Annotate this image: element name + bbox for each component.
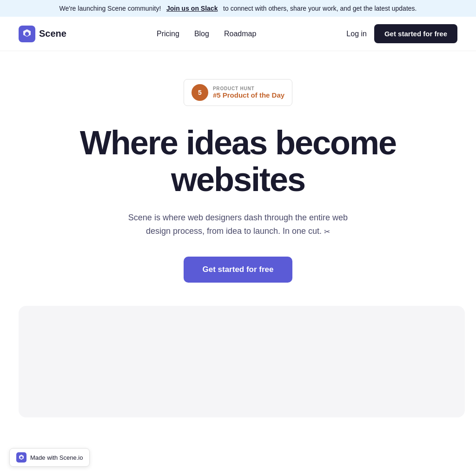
login-button[interactable]: Log in [346,30,367,38]
nav-actions: Log in Get started for free [346,24,457,43]
made-with-label: Made with Scene.io [30,454,83,461]
announcement-banner: We're launching Scene community! Join us… [0,0,476,17]
hero-cta-button[interactable]: Get started for free [184,257,292,283]
hero-subheading-text: Scene is where web designers dash throug… [128,213,348,236]
ph-label: PRODUCT HUNT [213,86,284,91]
ph-medal-icon: 5 [192,84,208,101]
hero-section: 5 PRODUCT HUNT #5 Product of the Day Whe… [0,51,476,436]
navbar: Scene Pricing Blog Roadmap Log in Get st… [0,17,476,51]
nav-links: Pricing Blog Roadmap [157,30,256,38]
hero-heading-line1: Where ideas become [80,124,396,161]
ph-medal-number: 5 [192,84,208,101]
nav-pricing[interactable]: Pricing [157,30,179,38]
logo[interactable]: Scene [19,26,66,42]
nav-roadmap[interactable]: Roadmap [224,30,256,38]
get-started-button-nav[interactable]: Get started for free [374,24,457,43]
product-hunt-badge[interactable]: 5 PRODUCT HUNT #5 Product of the Day [184,79,292,106]
ph-title: #5 Product of the Day [213,91,284,99]
preview-area [19,306,465,417]
hero-heading: Where ideas become websites [80,125,396,198]
announcement-prefix: We're launching Scene community! [60,5,161,12]
slack-link[interactable]: Join us on Slack [166,5,218,12]
hero-subheading: Scene is where web designers dash throug… [126,211,350,238]
nav-blog[interactable]: Blog [194,30,209,38]
ph-text-container: PRODUCT HUNT #5 Product of the Day [213,86,284,99]
made-with-scene-icon [16,452,26,463]
scissor-icon: ✂ [324,226,330,238]
hero-heading-line2: websites [171,161,305,198]
scene-logo-icon [19,26,35,42]
announcement-suffix: to connect with others, share your work,… [223,5,416,12]
made-with-scene-badge[interactable]: Made with Scene.io [9,448,90,467]
logo-text: Scene [39,28,66,39]
